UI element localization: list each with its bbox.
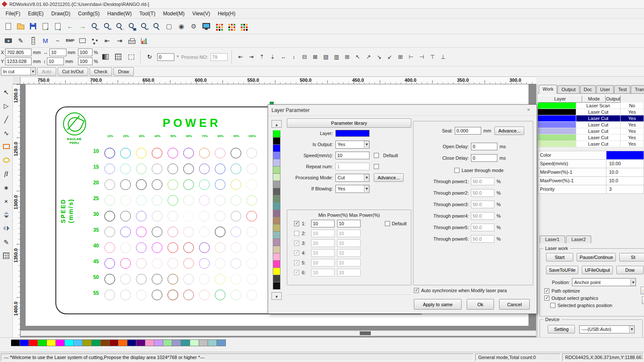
- layer-mode[interactable]: Laser Cut: [576, 128, 621, 135]
- speed-input[interactable]: 10: [335, 152, 370, 159]
- is-output-select[interactable]: Yes: [335, 141, 370, 149]
- space-equal-v-icon[interactable]: ▥: [332, 52, 342, 62]
- palette-color-swatch[interactable]: [273, 167, 280, 174]
- test-circle[interactable]: [152, 290, 162, 300]
- test-circle[interactable]: [199, 164, 210, 174]
- check-button[interactable]: Check: [90, 67, 112, 76]
- test-circle[interactable]: [246, 164, 257, 174]
- tab-test[interactable]: Test: [614, 85, 630, 93]
- test-circle[interactable]: [152, 258, 162, 269]
- test-circle[interactable]: [231, 148, 241, 158]
- layer-mode[interactable]: Laser Cut: [576, 135, 621, 141]
- redo-icon[interactable]: →: [77, 20, 88, 32]
- align-center-h-icon[interactable]: ↔: [278, 52, 289, 62]
- test-circle[interactable]: [231, 258, 241, 269]
- test-circle[interactable]: [136, 227, 147, 237]
- test-circle[interactable]: [104, 274, 115, 284]
- layer-color-swatch[interactable]: [538, 128, 576, 135]
- test-circle[interactable]: [246, 274, 257, 284]
- node-cluster-icon[interactable]: [89, 35, 101, 46]
- process-no-input[interactable]: 79: [211, 53, 228, 61]
- pattern-copy2-icon[interactable]: [225, 20, 237, 32]
- mode-advance-button[interactable]: Advance...: [374, 173, 404, 182]
- layer-mode[interactable]: Laser Scan: [576, 103, 621, 109]
- ellipse-tool-icon[interactable]: [1, 155, 12, 166]
- min-power-input[interactable]: 10: [311, 259, 335, 267]
- test-circle[interactable]: [231, 242, 241, 253]
- layer-mode[interactable]: Laser Cut: [576, 115, 621, 122]
- test-circle[interactable]: [136, 179, 147, 190]
- rect-outline-icon[interactable]: [77, 35, 88, 46]
- x-position-input[interactable]: 702.805: [5, 49, 32, 56]
- test-circle[interactable]: [104, 179, 115, 190]
- test-circle[interactable]: [231, 195, 241, 206]
- gradient-fill-icon[interactable]: [101, 52, 111, 62]
- test-circle[interactable]: [246, 258, 257, 269]
- edge-bottom-icon[interactable]: ⊥: [438, 52, 448, 62]
- power-default-checkbox[interactable]: [385, 221, 390, 226]
- palette-color-swatch[interactable]: [118, 339, 127, 346]
- test-circle[interactable]: [183, 227, 194, 237]
- menu-tool[interactable]: Tool(T): [136, 9, 159, 18]
- align-bottom-icon[interactable]: ⇣: [268, 52, 278, 62]
- test-circle[interactable]: [120, 211, 131, 221]
- palette-color-swatch[interactable]: [273, 138, 280, 145]
- scale-y-input[interactable]: 100: [78, 57, 92, 65]
- palette-color-swatch[interactable]: [273, 232, 280, 239]
- test-circle[interactable]: [199, 274, 210, 284]
- layer-row[interactable]: Laser Cut Yes: [538, 141, 644, 147]
- repeat-num-input[interactable]: 1: [335, 163, 370, 170]
- test-circle[interactable]: [199, 148, 210, 158]
- test-circle[interactable]: [167, 164, 178, 174]
- palette-color-swatch[interactable]: [273, 195, 280, 203]
- menu-edit[interactable]: Edit(E): [24, 9, 48, 18]
- height-input[interactable]: 10: [47, 57, 64, 65]
- space-vertical-icon[interactable]: ⇥: [114, 35, 125, 46]
- tab-user[interactable]: User: [596, 85, 614, 93]
- polyline-tool-icon[interactable]: ∿: [1, 127, 12, 138]
- draw-button[interactable]: Draw: [113, 67, 134, 76]
- align-top-icon[interactable]: ⇡: [257, 52, 267, 62]
- mirror-vertical-icon[interactable]: [1, 209, 12, 220]
- property-value[interactable]: 10.00: [606, 160, 644, 168]
- palette-color-swatch[interactable]: [273, 210, 280, 217]
- palette-color-swatch[interactable]: [217, 339, 226, 346]
- test-circle[interactable]: [136, 290, 147, 300]
- edge-right-icon[interactable]: ⊣: [417, 52, 427, 62]
- min-power-input[interactable]: 10: [311, 249, 335, 257]
- repeat-checkbox[interactable]: [374, 164, 379, 169]
- property-value[interactable]: [606, 151, 644, 159]
- test-circle[interactable]: [183, 242, 194, 253]
- test-circle[interactable]: [120, 179, 131, 190]
- menu-help[interactable]: Help(H): [214, 9, 239, 18]
- layer-mode[interactable]: Laser Cut: [576, 122, 621, 128]
- test-circle[interactable]: [199, 179, 210, 190]
- align-right-icon[interactable]: ⇥: [246, 52, 257, 62]
- layer-row[interactable]: Laser Cut Yes: [538, 115, 644, 122]
- test-circle[interactable]: [246, 290, 257, 300]
- palette-color-swatch[interactable]: [273, 224, 280, 232]
- palette-color-swatch[interactable]: [154, 339, 163, 346]
- test-circle[interactable]: [152, 227, 162, 237]
- test-circle[interactable]: [120, 195, 131, 206]
- cut-mode-select[interactable]: In cut: [1, 67, 36, 75]
- layer-output[interactable]: Yes: [621, 141, 644, 147]
- test-circle[interactable]: [199, 211, 210, 221]
- align-center-v-icon[interactable]: ↕: [289, 52, 299, 62]
- test-circle[interactable]: [183, 290, 194, 300]
- test-circle[interactable]: [167, 227, 178, 237]
- test-circle[interactable]: [152, 195, 162, 206]
- test-circle[interactable]: [231, 227, 241, 237]
- line-tool-icon[interactable]: ╱: [1, 114, 12, 125]
- palette-color-swatch[interactable]: [273, 239, 280, 246]
- cut-scale-button[interactable]: Cut s: [641, 287, 644, 294]
- test-circle[interactable]: [104, 227, 115, 237]
- frame-icon[interactable]: ▢: [163, 20, 175, 32]
- test-circle[interactable]: [136, 211, 147, 221]
- ufile-output-button[interactable]: UFileOutput: [582, 266, 613, 274]
- ruler-measure-icon[interactable]: [27, 35, 39, 46]
- auto-sync-checkbox[interactable]: [414, 288, 419, 293]
- test-circle[interactable]: [136, 274, 147, 284]
- layer-output[interactable]: Yes: [621, 122, 644, 128]
- test-circle[interactable]: [215, 258, 225, 269]
